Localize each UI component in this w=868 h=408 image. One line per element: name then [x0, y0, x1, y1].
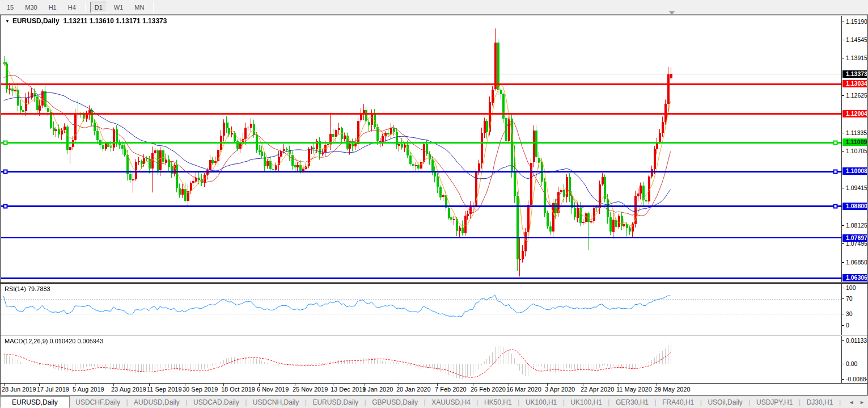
- macd-tick-label: -0.008848: [842, 376, 867, 382]
- date-label: 30 Sep 2019: [183, 386, 218, 393]
- chart-shift-marker-icon: [669, 11, 675, 15]
- toolbar-separator: [85, 2, 86, 12]
- date-label: 13 Dec 2019: [331, 386, 366, 393]
- macd-pane-canvas[interactable]: [1, 336, 841, 383]
- price-tick-label: 1.09415: [842, 184, 867, 191]
- timeframe-button-m30[interactable]: M30: [20, 2, 41, 13]
- tab-xauusd-h4[interactable]: XAUUSD,H4: [426, 396, 477, 408]
- date-label: 29 May 2020: [654, 386, 691, 393]
- timeframe-toolbar: 15M30H1H4D1W1MN: [0, 0, 868, 15]
- macd-axis: 0.0113370.00-0.008848: [841, 336, 867, 383]
- date-label: 7 Feb 2020: [435, 386, 467, 393]
- rsi-axis: 10070300: [841, 284, 867, 335]
- rsi-tick-label: 0: [842, 322, 849, 329]
- price-tick-label: 1.08125: [842, 222, 867, 229]
- date-label: 20 Jan 2020: [396, 386, 431, 393]
- price-badge: 1.13034: [842, 80, 867, 87]
- chart-ohlc-values: 1.13211 1.13610 1.13171 1.13373: [63, 17, 167, 25]
- macd-tick-label: 0.011337: [842, 337, 867, 344]
- price-chart-canvas[interactable]: [1, 16, 841, 282]
- tabs-scroll-right-icon[interactable]: ►: [859, 399, 865, 405]
- tabs-scroll-left-icon[interactable]: ◄: [849, 399, 854, 405]
- timeframe-button-w1[interactable]: W1: [109, 2, 128, 13]
- date-label: 18 Oct 2019: [221, 386, 255, 393]
- date-label: 25 Nov 2019: [293, 386, 328, 393]
- date-label: 23 Aug 2019: [111, 386, 146, 393]
- price-tick-label: 1.13915: [842, 54, 867, 61]
- tab-usdchf-daily[interactable]: USDCHF,Daily: [70, 396, 126, 408]
- rsi-tick-label: 30: [842, 310, 853, 317]
- rsi-name: RSI(14): [5, 285, 26, 292]
- macd-label: MACD(12,26,9) 0.010420 0.005943: [5, 338, 103, 344]
- tab-usdcad-daily[interactable]: USDCAD,Daily: [187, 396, 245, 408]
- price-tick-label: 1.15190: [842, 18, 867, 25]
- price-badge: 1.10008: [842, 167, 867, 175]
- macd-tick-label: 0.00: [842, 360, 857, 367]
- timeframe-button-h1[interactable]: H1: [44, 2, 61, 13]
- price-axis: 1.151901.145451.139151.126251.113351.107…: [841, 16, 867, 282]
- tab-dj30-h1[interactable]: DJ30,H1: [801, 396, 839, 408]
- rsi-pane-canvas[interactable]: [1, 284, 841, 335]
- timeframe-button-15[interactable]: 15: [2, 2, 18, 13]
- price-tick-label: 1.14545: [842, 36, 867, 43]
- macd-values: 0.010420 0.005943: [49, 338, 103, 344]
- date-label: 17 Jul 2019: [37, 386, 69, 393]
- price-tick-label: 1.10705: [842, 148, 867, 154]
- tab-usoil-daily[interactable]: USOil,Daily: [702, 396, 748, 408]
- tab-divider: |: [839, 396, 841, 408]
- metatrader-window: 15M30H1H4D1W1MN ▼EURUSD,Daily1.13211 1.1…: [0, 0, 868, 408]
- timeframe-button-h4[interactable]: H4: [63, 2, 81, 13]
- tab-eurusd-daily[interactable]: EURUSD,Daily: [307, 396, 365, 408]
- price-tick-label: 1.06850: [842, 259, 867, 266]
- date-label: 6 Nov 2019: [257, 386, 289, 393]
- tab-gbpusd-daily[interactable]: GBPUSD,Daily: [366, 396, 424, 408]
- chart-title: ▼EURUSD,Daily1.13211 1.13610 1.13171 1.1…: [5, 17, 167, 25]
- date-label: 16 Mar 2020: [506, 386, 541, 393]
- price-badge: 1.12004: [842, 110, 867, 117]
- rsi-label: RSI(14) 79.7883: [5, 285, 50, 292]
- macd-name: MACD(12,26,9): [5, 338, 48, 344]
- price-tick-label: 1.11335: [842, 129, 867, 136]
- tab-audusd-daily[interactable]: AUDUSD,Daily: [128, 396, 186, 408]
- tab-uk100-h1[interactable]: UK100,H1: [519, 396, 562, 408]
- date-label: 3 Apr 2020: [545, 386, 575, 393]
- time-axis: 28 Jun 201917 Jul 20195 Aug 201923 Aug 2…: [1, 384, 867, 395]
- date-label: 22 Apr 2020: [581, 386, 614, 393]
- date-label: 26 Feb 2020: [471, 386, 506, 393]
- chart-tabbar: EURUSD,DailyUSDCHF,Daily|AUDUSD,Daily|US…: [0, 396, 868, 408]
- timeframe-button-mn[interactable]: MN: [130, 2, 149, 13]
- chevron-down-icon[interactable]: ▼: [5, 19, 10, 24]
- chart-window: ▼EURUSD,Daily1.13211 1.13610 1.13171 1.1…: [0, 15, 868, 396]
- price-tick-label: 1.12625: [842, 92, 867, 99]
- tab-eurusd-daily[interactable]: EURUSD,Daily: [0, 396, 70, 408]
- date-label: 5 Aug 2019: [73, 386, 104, 393]
- rsi-tick-label: 70: [842, 295, 853, 302]
- toolbar-separator: [153, 2, 154, 12]
- price-badge: 1.13373: [842, 70, 867, 78]
- chart-symbol-label: EURUSD,Daily: [12, 17, 60, 25]
- date-label: 11 Sep 2019: [147, 386, 182, 393]
- price-badge: 1.11009: [842, 138, 867, 146]
- price-badge: 1.06306: [842, 274, 867, 281]
- rsi-value: 79.7883: [28, 285, 50, 292]
- price-badge: 1.07697: [842, 234, 867, 242]
- tab-ger30-h1[interactable]: GER30,H1: [609, 396, 654, 408]
- tab-uk100-h1[interactable]: UK100,H1: [565, 396, 608, 408]
- timeframe-button-d1[interactable]: D1: [90, 2, 107, 13]
- date-label: 11 May 2020: [616, 386, 652, 393]
- date-label: 1 Jan 2020: [362, 386, 393, 393]
- tab-usdcnh-daily[interactable]: USDCNH,Daily: [247, 396, 304, 408]
- date-label: 28 Jun 2019: [2, 386, 36, 393]
- tab-usdjpy-h1[interactable]: USDJPY,H1: [750, 396, 799, 408]
- tab-hk50-h1[interactable]: HK50,H1: [478, 396, 518, 408]
- rsi-tick-label: 100: [842, 284, 856, 291]
- tab-fra40-h1[interactable]: FRA40,H1: [657, 396, 700, 408]
- price-badge: 1.08800: [842, 203, 867, 210]
